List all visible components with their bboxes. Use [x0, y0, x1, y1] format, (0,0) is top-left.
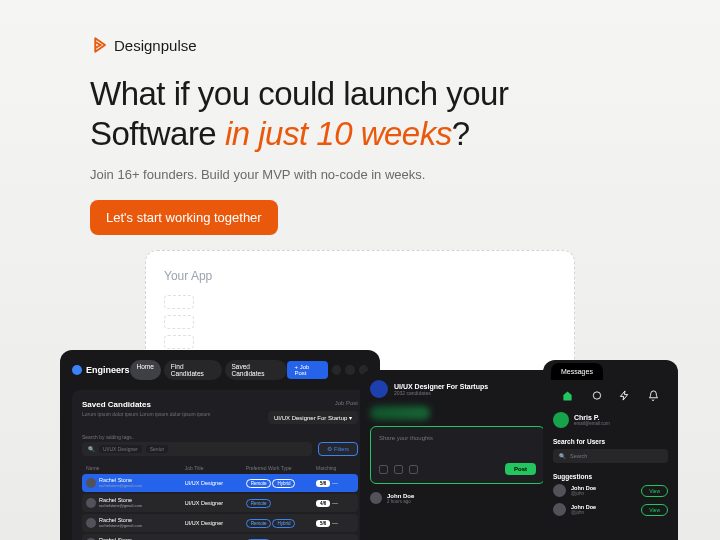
feed-item: John Doe 2 hours ago: [370, 492, 545, 504]
job-post-select[interactable]: UI/UX Designer For Startup ▾: [268, 411, 358, 424]
user-search-input[interactable]: 🔍 Search: [553, 449, 668, 463]
mockup-stack: Your App Engineers Home Find Candidates …: [0, 250, 720, 540]
messages-tab[interactable]: Messages: [551, 363, 603, 380]
eng-nav-find[interactable]: Find Candidates: [164, 360, 222, 380]
saved-candidates-title: Saved Candidates: [82, 400, 210, 409]
blurred-pill: [370, 406, 430, 420]
user-avatar: [553, 412, 569, 428]
headline: What if you could launch your Software i…: [90, 74, 630, 153]
engineers-app: Engineers Home Find Candidates Saved Can…: [60, 350, 380, 540]
table-row[interactable]: Rachel Stonerachelstone@gmail.comUI/UX D…: [82, 494, 358, 512]
bolt-icon[interactable]: [618, 388, 632, 402]
attach-icon[interactable]: [409, 465, 418, 474]
eng-brand: Engineers: [72, 365, 130, 375]
bell-icon[interactable]: [647, 388, 661, 402]
table-header: NameJob TitlePreferred Work TypeMatching: [82, 462, 358, 474]
current-user: Chris P. email@email.com: [553, 412, 668, 428]
table-row[interactable]: Rachel Stonerachelstone@gmail.comUI/UX D…: [82, 534, 358, 540]
video-icon[interactable]: [379, 465, 388, 474]
settings-icon[interactable]: [345, 365, 354, 375]
feed-app: UI/UX Designer For Startups 2032 candida…: [360, 370, 555, 540]
eng-nav-home[interactable]: Home: [130, 360, 161, 380]
filters-button[interactable]: ⚙ Filters: [318, 442, 358, 456]
table-row[interactable]: Rachel Stonerachelstone@gmail.comUI/UX D…: [82, 474, 358, 492]
feed-avatar: [370, 380, 388, 398]
brand-logo: Designpulse: [90, 36, 630, 54]
job-post-button[interactable]: + Job Post: [287, 361, 328, 379]
cta-button[interactable]: Let's start working together: [90, 200, 278, 235]
notification-icon[interactable]: [332, 365, 341, 375]
table-row[interactable]: Rachel Stonerachelstone@gmail.comUI/UX D…: [82, 514, 358, 532]
wireframe-title: Your App: [164, 269, 556, 283]
messages-app: Messages Chris P. email@email.com Search…: [543, 360, 678, 540]
view-button[interactable]: View: [641, 485, 668, 497]
eng-nav: Home Find Candidates Saved Candidates: [130, 360, 288, 380]
eng-logo-icon: [72, 365, 82, 375]
suggestion-item: John Doe@johnView: [553, 484, 668, 497]
image-icon[interactable]: [394, 465, 403, 474]
home-icon[interactable]: [560, 388, 574, 402]
view-button[interactable]: View: [641, 504, 668, 516]
brand-name: Designpulse: [114, 37, 197, 54]
msg-nav: [553, 388, 668, 402]
eng-nav-saved[interactable]: Saved Candidates: [225, 360, 288, 380]
suggestion-item: John Doe@johnView: [553, 503, 668, 516]
post-button[interactable]: Post: [505, 463, 536, 475]
feed-item-avatar: [370, 492, 382, 504]
subheadline: Join 16+ founders. Build your MVP with n…: [90, 167, 630, 182]
chat-icon[interactable]: [589, 388, 603, 402]
feed-title: UI/UX Designer For Startups: [394, 383, 488, 390]
logo-icon: [90, 36, 108, 54]
search-input[interactable]: 🔍 UI/UX Designer Senior: [82, 442, 312, 456]
compose-box[interactable]: Share your thoughts Post: [370, 426, 545, 484]
